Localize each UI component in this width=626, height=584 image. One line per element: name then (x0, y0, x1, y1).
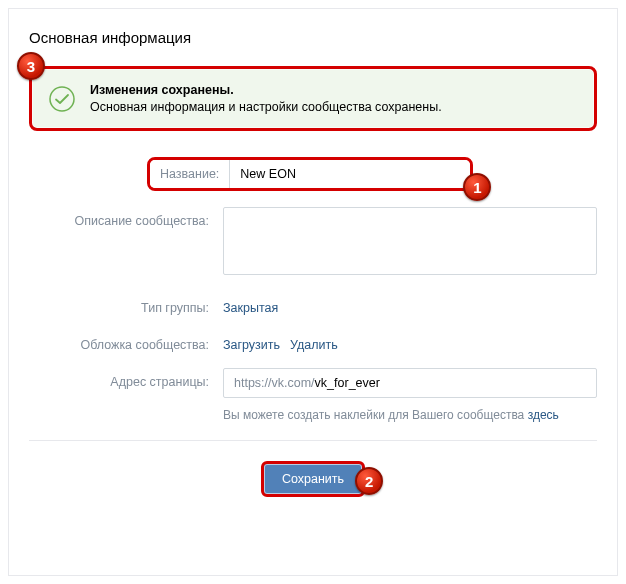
cover-upload-link[interactable]: Загрузить (223, 338, 280, 352)
annotation-badge-3: 3 (17, 52, 45, 80)
name-field-highlight: Название: (147, 157, 473, 191)
annotation-badge-2: 2 (355, 467, 383, 495)
cover-label: Обложка сообщества: (29, 331, 209, 352)
success-title: Изменения сохранены. (90, 83, 442, 97)
cover-remove-link[interactable]: Удалить (290, 338, 338, 352)
address-label: Адрес страницы: (29, 368, 209, 389)
success-banner: Изменения сохранены. Основная информация… (29, 66, 597, 131)
name-input[interactable] (230, 160, 470, 188)
address-prefix: https://vk.com/ (234, 376, 315, 390)
description-textarea[interactable] (223, 207, 597, 275)
group-type-value[interactable]: Закрытая (223, 294, 278, 315)
page-title: Основная информация (29, 29, 597, 46)
svg-point-0 (50, 87, 74, 111)
address-value: vk_for_ever (315, 376, 380, 390)
checkmark-icon (48, 85, 76, 113)
footer: Сохранить 2 (29, 440, 597, 517)
annotation-badge-1: 1 (463, 173, 491, 201)
success-text: Изменения сохранены. Основная информация… (90, 83, 442, 114)
success-message: Основная информация и настройки сообщест… (90, 100, 442, 114)
address-hint: Вы можете создать наклейки для Вашего со… (223, 406, 597, 424)
address-input[interactable]: https://vk.com/vk_for_ever (223, 368, 597, 398)
description-label: Описание сообщества: (29, 207, 209, 228)
stickers-link[interactable]: здесь (528, 408, 559, 422)
settings-panel: Основная информация 3 Изменения сохранен… (8, 8, 618, 576)
name-label: Название: (150, 160, 230, 188)
group-type-label: Тип группы: (29, 294, 209, 315)
save-button[interactable]: Сохранить (261, 461, 365, 497)
